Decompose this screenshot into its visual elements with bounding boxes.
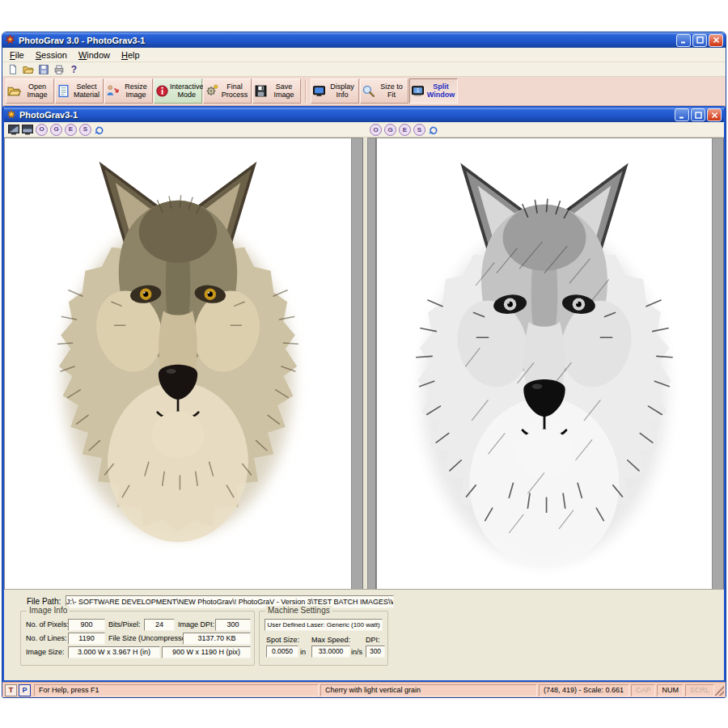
screenshot-root: PhotoGrav 3.0 - PhotoGrav3-1 File Sessio… — [0, 0, 728, 728]
spot-size-label: Spot Size: — [266, 636, 299, 644]
view-original-icon-right[interactable]: O — [370, 124, 382, 136]
view-split-horizontal-icon[interactable] — [22, 125, 33, 135]
print-icon[interactable] — [53, 63, 65, 75]
document-titlebar[interactable]: PhotoGrav3-1 — [4, 108, 724, 122]
display-info-button[interactable]: Display Info — [311, 78, 359, 104]
open-file-icon[interactable] — [22, 63, 34, 75]
scroll-lock-indicator: SCRL — [685, 684, 714, 696]
new-file-icon[interactable] — [6, 63, 19, 75]
pane-toolbar: O G E S O G E S — [4, 122, 724, 138]
num-lock-indicator: NUM — [657, 684, 684, 696]
original-image-canvas[interactable] — [4, 138, 351, 589]
lines-label: No. of Lines: — [26, 634, 67, 642]
refresh-icon-right[interactable] — [428, 125, 438, 135]
window-title: PhotoGrav 3.0 - PhotoGrav3-1 — [19, 36, 676, 45]
app-icon — [5, 34, 15, 46]
doc-close-button[interactable] — [707, 108, 722, 121]
status-position-scale: (748, 419) - Scale: 0.661 — [539, 684, 629, 696]
mdi-client: PhotoGrav3-1 O G E S — [2, 106, 726, 682]
help-icon[interactable]: ? — [68, 63, 80, 75]
svg-text:1: 1 — [417, 87, 420, 93]
main-toolbar: Open Image Select Material Resize Image … — [2, 77, 726, 106]
main-titlebar[interactable]: PhotoGrav 3.0 - PhotoGrav3-1 — [2, 32, 726, 48]
image-dpi-value: 300 — [215, 619, 251, 631]
resize-grip[interactable] — [715, 685, 724, 696]
resize-image-icon — [105, 84, 121, 98]
status-help-text: For Help, press F1 — [34, 684, 319, 696]
engraved-image-pane[interactable] — [367, 138, 724, 589]
doc-minimize-button[interactable] — [675, 108, 689, 121]
toolbar-separator — [305, 80, 307, 103]
select-material-button[interactable]: Select Material — [55, 78, 104, 104]
size-to-fit-button[interactable]: Size to Fit — [360, 78, 408, 104]
wolf-photo-engraved — [383, 140, 705, 577]
document-title: PhotoGrav3-1 — [19, 110, 675, 120]
original-image-pane[interactable] — [4, 138, 363, 589]
split-window-button[interactable]: 1 Split Window — [409, 78, 458, 104]
image-info-group: Image Info No. of Pixels: 900 Bits/Pixel… — [20, 611, 255, 666]
final-process-button[interactable]: Final Process — [203, 78, 252, 104]
caps-lock-indicator: CAP — [631, 684, 656, 696]
size-to-fit-icon — [361, 84, 376, 98]
toolbar-indicator-icon[interactable]: T — [5, 684, 17, 696]
file-path-label: File Path: — [27, 597, 61, 606]
menu-window[interactable]: Window — [73, 49, 116, 61]
minimize-button[interactable] — [676, 34, 691, 47]
image-dpi-label: Image DPI: — [178, 620, 214, 629]
max-speed-value[interactable]: 33.0000 — [311, 645, 350, 658]
image-size-px: 900 W x 1190 H (pix) — [162, 646, 251, 658]
left-pane-scroll-area[interactable] — [351, 138, 363, 589]
save-file-icon[interactable] — [37, 63, 49, 75]
right-pane-scroll-area[interactable] — [712, 138, 724, 589]
menu-file[interactable]: File — [4, 49, 30, 61]
main-window: PhotoGrav 3.0 - PhotoGrav3-1 File Sessio… — [2, 32, 726, 697]
machine-dpi-value[interactable]: 300 — [366, 645, 385, 658]
image-size-label: Image Size: — [26, 648, 65, 656]
view-grayscale-icon[interactable]: G — [50, 124, 62, 136]
close-button[interactable] — [709, 34, 723, 47]
lines-value: 1190 — [68, 633, 105, 645]
wolf-photo-color — [32, 140, 324, 564]
view-engraved-icon-right[interactable]: E — [399, 124, 411, 136]
view-simulation-icon-right[interactable]: S — [413, 124, 425, 136]
view-original-icon[interactable]: O — [36, 124, 48, 136]
engraved-image-canvas[interactable] — [376, 138, 712, 589]
open-image-icon — [6, 84, 22, 98]
open-image-button[interactable]: Open Image — [6, 78, 54, 104]
maximize-button[interactable] — [692, 34, 707, 47]
doc-maximize-button[interactable] — [691, 108, 705, 121]
interactive-mode-button[interactable]: Interactive Mode — [154, 78, 202, 104]
spot-size-value[interactable]: 0.0050 — [266, 645, 298, 658]
document-icon — [6, 109, 16, 121]
filesize-label: File Size (Uncompressed) — [108, 634, 193, 642]
max-speed-unit: in/s — [351, 648, 362, 656]
menu-help[interactable]: Help — [116, 49, 146, 61]
pixels-value: 900 — [68, 619, 105, 631]
view-simulation-icon[interactable]: S — [79, 124, 91, 136]
filesize-value: 3137.70 KB — [183, 633, 251, 645]
panel-indicator-icon[interactable]: P — [19, 684, 31, 696]
refresh-icon[interactable] — [94, 125, 104, 135]
laser-value: User Defined Laser: Generic (100 watt) — [265, 619, 383, 631]
view-split-diagonal-icon[interactable] — [8, 125, 19, 135]
max-speed-label: Max Speed: — [311, 636, 350, 644]
file-path-field[interactable]: J:\- SOFTWARE DEVELOPMENT\NEW PhotoGrav\… — [66, 595, 394, 608]
view-engraved-icon[interactable]: E — [65, 124, 77, 136]
status-material: Cherry with light vertical grain — [320, 684, 537, 696]
document-window: PhotoGrav3-1 O G E S — [2, 106, 726, 682]
image-panes — [4, 138, 724, 589]
save-image-icon — [253, 84, 269, 98]
resize-image-button[interactable]: Resize Image — [104, 78, 153, 104]
final-process-icon — [204, 84, 219, 98]
split-window-icon: 1 — [410, 84, 425, 98]
menu-session[interactable]: Session — [30, 49, 73, 61]
pixels-label: No. of Pixels: — [26, 620, 69, 629]
view-grayscale-icon-right[interactable]: G — [384, 124, 396, 136]
save-image-button[interactable]: Save Image — [252, 78, 301, 104]
display-info-icon — [311, 84, 327, 98]
info-panel: File Path: J:\- SOFTWARE DEVELOPMENT\NEW… — [4, 589, 724, 680]
bits-value: 24 — [144, 619, 175, 631]
right-pane-left-margin — [367, 138, 376, 589]
image-size-in: 3.000 W x 3.967 H (in) — [68, 646, 160, 658]
image-info-title: Image Info — [27, 606, 70, 615]
